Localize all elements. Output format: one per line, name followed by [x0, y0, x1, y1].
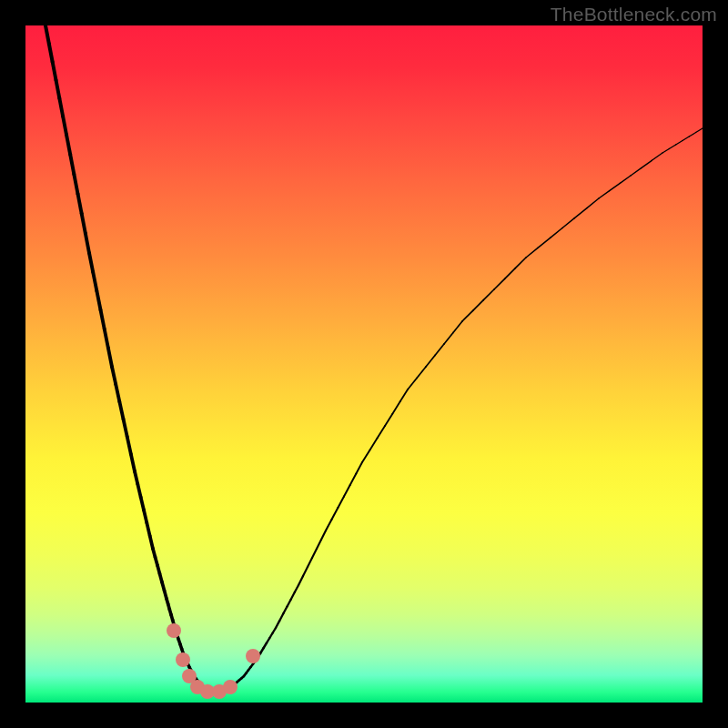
svg-line-109: [332, 508, 339, 520]
svg-line-133: [538, 238, 550, 248]
svg-line-130: [505, 268, 516, 279]
svg-line-107: [321, 531, 326, 540]
svg-line-142: [642, 160, 652, 167]
svg-line-22: [127, 437, 131, 454]
svg-line-140: [620, 176, 631, 183]
svg-line-17: [108, 348, 112, 367]
right-up-dot: [246, 649, 260, 663]
svg-line-6: [66, 135, 70, 155]
svg-line-97: [279, 613, 283, 621]
svg-line-29: [150, 536, 153, 549]
svg-line-136: [574, 208, 586, 218]
svg-line-26: [141, 497, 144, 510]
svg-line-139: [610, 183, 621, 190]
svg-line-132: [526, 248, 538, 258]
svg-line-104: [308, 558, 312, 567]
svg-line-1: [49, 44, 53, 62]
svg-line-23: [131, 454, 135, 471]
svg-line-8: [74, 174, 77, 194]
svg-line-2: [53, 62, 56, 80]
svg-line-126: [462, 310, 473, 321]
svg-line-134: [551, 228, 562, 238]
svg-line-120: [408, 379, 417, 390]
svg-line-118: [392, 401, 399, 413]
svg-line-112: [350, 474, 357, 486]
watermark-text: TheBottleneck.com: [551, 4, 717, 25]
svg-line-14: [96, 291, 100, 310]
svg-line-110: [338, 497, 344, 509]
svg-line-131: [515, 258, 526, 268]
svg-line-117: [385, 414, 392, 426]
svg-line-149: [696, 128, 703, 133]
svg-line-105: [312, 549, 317, 558]
svg-line-124: [444, 333, 453, 345]
left-mid-dot-1: [176, 652, 190, 667]
svg-line-122: [426, 356, 435, 368]
svg-line-113: [356, 462, 362, 474]
svg-line-5: [63, 116, 66, 135]
svg-line-121: [417, 367, 426, 379]
svg-line-106: [317, 540, 321, 549]
bottleneck-curve: [46, 25, 703, 693]
svg-line-123: [435, 344, 444, 356]
svg-line-28: [147, 523, 149, 536]
svg-line-146: [676, 141, 682, 146]
chart-frame: TheBottleneck.com: [0, 0, 728, 728]
svg-line-100: [291, 592, 295, 600]
svg-line-127: [473, 300, 484, 311]
svg-line-144: [662, 149, 669, 154]
svg-line-21: [124, 420, 127, 437]
svg-line-12: [89, 253, 93, 272]
svg-line-129: [494, 278, 505, 289]
plot-area: [25, 25, 703, 703]
curve-layer: [25, 25, 703, 703]
svg-line-145: [669, 145, 675, 149]
svg-line-10: [82, 214, 86, 234]
left-upper-dot: [167, 623, 181, 638]
svg-line-18: [112, 367, 116, 384]
svg-line-99: [288, 600, 291, 607]
svg-line-115: [369, 438, 377, 450]
svg-line-101: [295, 585, 298, 592]
svg-line-125: [453, 321, 462, 333]
svg-line-119: [400, 389, 408, 401]
svg-line-114: [362, 450, 369, 462]
svg-line-108: [326, 520, 332, 531]
right-low-dot: [223, 680, 238, 694]
svg-line-143: [652, 153, 662, 160]
svg-line-13: [93, 272, 96, 291]
svg-line-24: [135, 471, 137, 484]
svg-line-0: [46, 25, 49, 44]
svg-line-147: [682, 136, 689, 141]
svg-line-20: [119, 401, 123, 419]
svg-line-19: [116, 384, 119, 401]
curve-markers: [167, 623, 260, 699]
svg-line-15: [101, 310, 105, 329]
svg-line-4: [59, 98, 63, 116]
svg-line-9: [78, 194, 82, 214]
svg-line-128: [483, 289, 494, 300]
svg-line-111: [344, 485, 350, 497]
svg-line-25: [137, 484, 140, 497]
svg-line-102: [298, 576, 303, 585]
svg-line-27: [144, 511, 147, 523]
svg-line-135: [562, 218, 574, 228]
svg-line-148: [689, 133, 695, 137]
svg-line-16: [105, 329, 108, 348]
svg-line-137: [587, 198, 599, 208]
svg-line-141: [631, 168, 642, 176]
svg-line-138: [599, 191, 610, 198]
svg-line-116: [378, 426, 385, 438]
svg-line-11: [86, 233, 89, 253]
svg-line-96: [276, 621, 279, 628]
svg-line-7: [70, 155, 74, 175]
svg-line-3: [56, 80, 60, 98]
svg-line-103: [303, 567, 308, 576]
svg-line-98: [283, 607, 287, 614]
